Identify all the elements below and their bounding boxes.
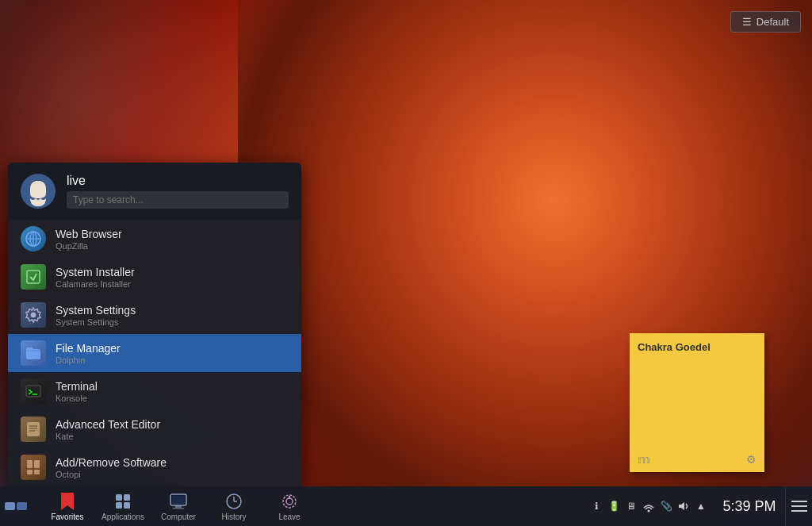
menu-item[interactable]: Add/Remove Software Octopi [8,448,301,486]
menu-item-text: File Manager Dolphin [56,342,289,365]
sticky-note-title: Chakra Goedel [638,341,756,353]
tray-volume-icon[interactable] [677,500,690,513]
dock: Favorites Applications [32,486,584,526]
menu-item-title: Add/Remove Software [56,456,289,469]
taskbar-menu-button[interactable] [785,486,812,526]
clock[interactable]: 5:39 PM [714,498,785,515]
svg-rect-10 [26,386,40,397]
dock-item-applications[interactable]: Applications [95,486,151,526]
dock-item-leave[interactable]: Leave [262,486,317,526]
svg-rect-25 [175,505,182,508]
user-info: live [67,174,289,209]
svg-rect-27 [172,496,185,504]
terminal-icon [21,378,46,404]
tray-info-icon[interactable]: ℹ [590,500,603,513]
menu-item-subtitle: Calamares Installer [56,279,289,289]
dock-item-history[interactable]: History [206,486,262,526]
sticky-note: Chakra Goedel 𝕞 ⚙ [630,333,764,472]
system-tray: ℹ 🔋 🖥 📎 ▲ [584,500,714,513]
dock-label-computer: Computer [161,513,196,521]
dock-item-computer[interactable]: Computer [151,486,206,526]
taskbar-left [0,502,32,510]
applications-icon [113,492,132,511]
software-icon [21,455,46,480]
menu-item-text: System Settings System Settings [56,304,289,327]
user-name: live [67,174,289,188]
menu-item-title: Advanced Text Editor [56,418,289,431]
dock-label-favorites: Favorites [51,513,83,521]
svg-rect-22 [116,502,122,509]
svg-rect-19 [34,460,40,468]
menu-item-text: Add/Remove Software Octopi [56,456,289,479]
tray-network-icon[interactable] [642,500,655,513]
svg-rect-18 [27,460,33,468]
user-avatar [21,174,56,209]
avatar-image [23,176,53,206]
svg-rect-20 [116,494,122,501]
system-settings-icon [21,302,46,328]
hamburger-icon: ☰ [742,16,752,28]
menu-item-subtitle: System Settings [56,317,289,327]
dock-label-history: History [221,513,246,521]
menu-item[interactable]: System Settings System Settings [8,296,301,334]
text-editor-icon [21,417,46,442]
menu-item-text: Web Browser QupZilla [56,228,289,251]
tray-clip-icon[interactable]: 📎 [660,500,672,513]
menu-item-title: System Installer [56,266,289,278]
menu-item-text: Advanced Text Editor Kate [56,418,289,441]
leave-icon [280,492,299,511]
application-menu: live Web Browser QupZilla System Install… [8,163,301,486]
history-icon [224,492,243,511]
menu-item[interactable]: Advanced Text Editor Kate [8,410,301,448]
web-browser-icon [21,226,46,251]
favorites-icon [58,492,77,511]
search-input[interactable] [67,191,289,209]
tray-arrow-icon[interactable]: ▲ [695,500,707,513]
menu-item-title: File Manager [56,342,289,355]
tray-display-icon[interactable]: 🖥 [625,500,638,513]
menu-item[interactable]: Web Browser QupZilla [8,220,301,258]
taskbar: Favorites Applications [0,486,812,526]
menu-item-subtitle: Konsole [56,394,289,403]
menu-item-title: Terminal [56,380,289,393]
system-installer-icon [21,264,46,290]
computer-icon [169,492,188,511]
menu-item[interactable]: Terminal Konsole [8,372,301,410]
dock-label-leave: Leave [278,513,300,521]
sticky-note-text-icon: 𝕞 [638,453,650,466]
menu-item-text: System Installer Calamares Installer [56,266,289,289]
menu-item-subtitle: Kate [56,432,289,441]
menu-item-subtitle: Dolphin [56,355,289,365]
svg-rect-16 [27,470,33,474]
menu-item[interactable]: System Installer Calamares Installer [8,258,301,296]
svg-point-9 [31,313,36,317]
default-button[interactable]: ☰ Default [730,11,801,33]
dock-item-favorites[interactable]: Favorites [40,486,95,526]
file-manager-icon [21,340,46,366]
menu-item-title: Web Browser [56,228,289,240]
menu-item-text: Terminal Konsole [56,380,289,403]
desktop-2-indicator[interactable] [17,502,27,510]
menu-item-subtitle: QupZilla [56,241,289,251]
menu-item-file-manager[interactable]: File Manager Dolphin [8,334,301,372]
desktop-1-indicator[interactable] [5,502,15,510]
svg-rect-21 [124,494,130,501]
desktop: ☰ Default Chakra Goedel 𝕞 ⚙ l [0,0,812,526]
default-button-label: Default [756,16,789,28]
menu-item-title: System Settings [56,304,289,317]
svg-point-32 [286,498,293,505]
dock-label-applications: Applications [102,513,144,521]
menu-item-subtitle: Octopi [56,470,289,479]
svg-rect-26 [173,508,184,509]
tray-battery-icon[interactable]: 🔋 [607,500,620,513]
sticky-note-gear-icon[interactable]: ⚙ [746,453,756,466]
svg-rect-12 [27,422,40,436]
svg-rect-23 [124,502,130,509]
svg-point-34 [648,510,650,513]
svg-rect-17 [34,470,40,474]
svg-rect-8 [27,271,40,283]
menu-user-header: live [8,163,301,220]
